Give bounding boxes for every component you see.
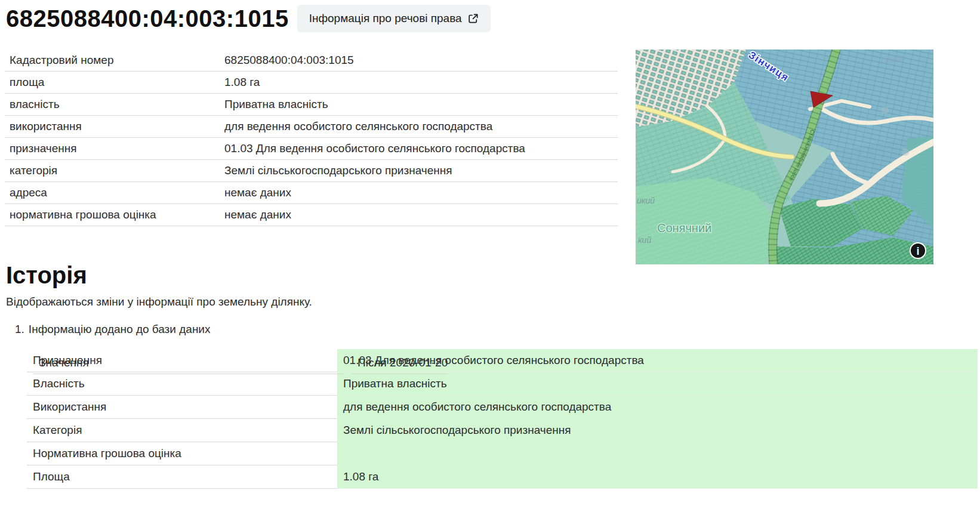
row-value: Приватна власність <box>224 98 618 111</box>
table-row: нормативна грошова оцінка немає даних <box>5 204 618 226</box>
row-label: Кадастровий номер <box>5 54 224 67</box>
table-row: Площа 1.08 га <box>27 465 978 489</box>
history-heading: Історія <box>6 261 87 289</box>
row-label: Власність <box>27 372 337 396</box>
table-row: Кадастровий номер 6825088400:04:003:1015 <box>5 50 618 72</box>
row-value: 01.03 Для ведення особистого селянського… <box>224 142 618 155</box>
table-row: Використання для ведення особистого селя… <box>27 396 978 419</box>
property-rights-button-label: Інформація про речові права <box>309 12 462 25</box>
cadastral-map[interactable]: Старосинявське шосе Зінчиця О-2517 Соняч… <box>636 50 933 264</box>
info-icon: i <box>916 245 919 257</box>
row-value: 1.08 га <box>224 76 618 89</box>
map-label-fragment: икий <box>637 196 655 205</box>
table-row: Категорія Землі сільськогосподарського п… <box>27 419 978 442</box>
history-header-label: Значення <box>33 351 343 374</box>
row-value: немає даних <box>224 186 618 199</box>
map-district-label: Сонячний <box>657 221 711 235</box>
external-link-icon <box>468 13 479 24</box>
table-row: призначення 01.03 Для ведення особистого… <box>5 138 618 160</box>
table-row: власність Приватна власність <box>5 94 618 116</box>
row-label: призначення <box>5 142 224 155</box>
row-label: нормативна грошова оцінка <box>5 208 224 221</box>
row-value: 1.08 га <box>337 465 978 489</box>
table-row: площа 1.08 га <box>5 72 618 94</box>
table-row: Нормативна грошова оцінка <box>27 442 978 465</box>
row-value <box>337 442 978 465</box>
history-header-value: Після 2020-01-20 <box>352 351 448 374</box>
row-value: 6825088400:04:003:1015 <box>224 54 618 67</box>
parcel-details-table: Кадастровий номер 6825088400:04:003:1015… <box>5 50 618 226</box>
map-info-button[interactable]: i <box>910 242 926 259</box>
row-label: використання <box>5 120 224 133</box>
row-value: Землі сільськогосподарського призначення <box>224 164 618 177</box>
page-header: 6825088400:04:003:1015 Інформація про ре… <box>6 2 491 35</box>
table-row: категорія Землі сільськогосподарського п… <box>5 160 618 182</box>
history-header-row: Значення Після 2020-01-20 <box>33 351 448 374</box>
row-label: Площа <box>27 465 337 489</box>
row-label: Нормативна грошова оцінка <box>27 442 337 465</box>
row-label: Категорія <box>27 419 337 442</box>
table-row: використання для ведення особистого селя… <box>5 116 618 138</box>
row-value: Приватна власність <box>337 372 978 396</box>
history-entry-label: Інформацію додано до бази даних <box>29 323 211 336</box>
history-entry-title: 1. Інформацію додано до бази даних <box>15 323 210 336</box>
table-row: Власність Приватна власність <box>27 372 978 396</box>
row-label: Використання <box>27 396 337 419</box>
row-label: площа <box>5 76 224 89</box>
history-entry-index: 1. <box>15 323 24 336</box>
property-rights-button[interactable]: Інформація про речові права <box>297 5 491 32</box>
row-label: категорія <box>5 164 224 177</box>
history-description: Відображаються зміни у інформації про зе… <box>6 295 312 309</box>
row-label: адреса <box>5 186 224 199</box>
row-value: для ведення особистого селянського госпо… <box>337 396 978 419</box>
table-row: адреса немає даних <box>5 182 618 204</box>
row-value: Землі сільськогосподарського призначення <box>337 419 978 442</box>
map-label-fragment: кий <box>638 235 651 245</box>
row-value: немає даних <box>224 208 618 221</box>
history-table: Значення Після 2020-01-20 Призначення 01… <box>27 349 978 489</box>
page-title: 6825088400:04:003:1015 <box>6 2 289 35</box>
row-value: для ведення особистого селянського госпо… <box>224 120 618 133</box>
row-label: власність <box>5 98 224 111</box>
